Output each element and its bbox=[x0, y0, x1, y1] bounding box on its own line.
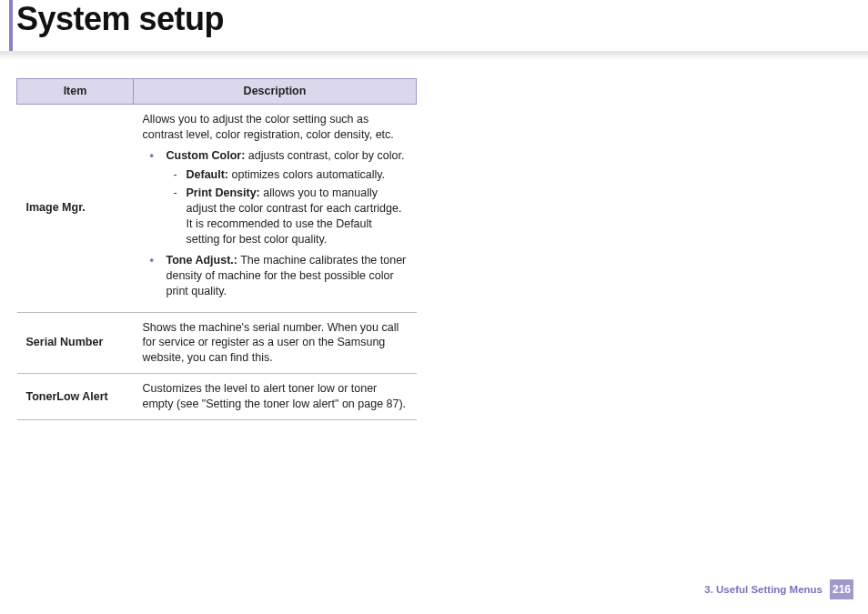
document-page: System setup Item Description Image Mgr.… bbox=[0, 0, 868, 614]
description-cell-image-mgr: Allows you to adjust the color setting s… bbox=[134, 104, 417, 312]
custom-color-text: adjusts contrast, color by color. bbox=[245, 149, 404, 162]
print-density-label: Print Density: bbox=[187, 186, 260, 199]
image-mgr-list: Custom Color: adjusts contrast, color by… bbox=[143, 148, 408, 299]
table-row: Image Mgr. Allows you to adjust the colo… bbox=[17, 104, 417, 312]
table-row: TonerLow Alert Customizes the level to a… bbox=[17, 374, 417, 420]
tone-adjust-label: Tone Adjust.: bbox=[167, 254, 237, 267]
description-cell-serial-number: Shows the machine's serial number. When … bbox=[134, 312, 417, 374]
list-item: Print Density: allows you to manually ad… bbox=[179, 186, 408, 247]
footer-page-number: 216 bbox=[830, 579, 853, 599]
list-item: Tone Adjust.: The machine calibrates the… bbox=[157, 253, 408, 299]
page-footer: 3. Useful Setting Menus 216 bbox=[704, 579, 853, 599]
default-text: optimizes colors automatically. bbox=[228, 168, 385, 181]
list-item: Default: optimizes colors automatically. bbox=[179, 167, 408, 183]
item-cell-image-mgr: Image Mgr. bbox=[17, 104, 134, 312]
list-item: Custom Color: adjusts contrast, color by… bbox=[157, 148, 408, 247]
item-cell-tonerlow-alert: TonerLow Alert bbox=[17, 374, 134, 420]
footer-chapter: 3. Useful Setting Menus bbox=[704, 584, 823, 595]
settings-table: Item Description Image Mgr. Allows you t… bbox=[16, 78, 417, 420]
description-cell-tonerlow-alert: Customizes the level to alert toner low … bbox=[134, 374, 417, 420]
item-cell-serial-number: Serial Number bbox=[17, 312, 134, 374]
title-underline bbox=[0, 51, 868, 60]
page-title: System setup bbox=[16, 0, 224, 38]
default-label: Default: bbox=[187, 168, 229, 181]
table-row: Serial Number Shows the machine's serial… bbox=[17, 312, 417, 374]
image-mgr-intro: Allows you to adjust the color setting s… bbox=[143, 112, 408, 143]
title-accent-bar bbox=[9, 0, 13, 51]
column-header-item: Item bbox=[17, 79, 134, 105]
custom-color-label: Custom Color: bbox=[167, 149, 246, 162]
column-header-description: Description bbox=[134, 79, 417, 105]
custom-color-sublist: Default: optimizes colors automatically.… bbox=[167, 167, 408, 247]
